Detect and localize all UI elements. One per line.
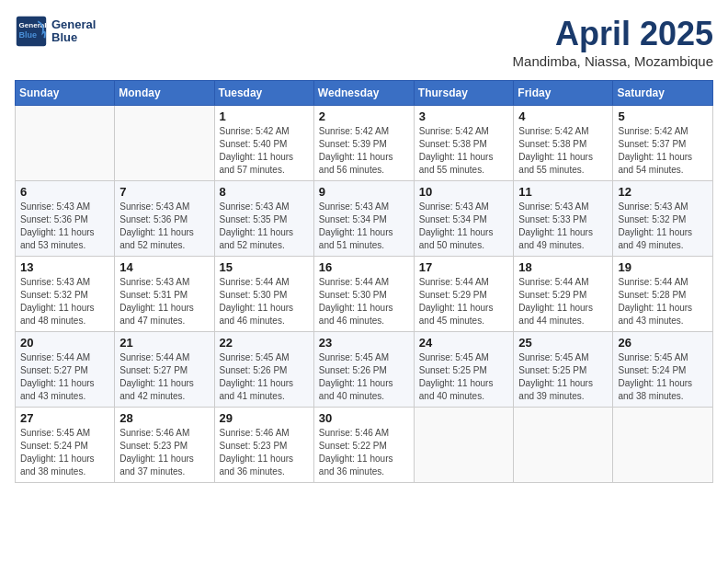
day-detail: Sunrise: 5:44 AM Sunset: 5:27 PM Dayligh… (119, 351, 209, 403)
calendar-cell: 8Sunrise: 5:43 AM Sunset: 5:35 PM Daylig… (214, 181, 313, 257)
calendar-cell: 21Sunrise: 5:44 AM Sunset: 5:27 PM Dayli… (115, 332, 214, 408)
day-number: 23 (319, 336, 409, 350)
day-detail: Sunrise: 5:44 AM Sunset: 5:30 PM Dayligh… (319, 276, 409, 327)
day-number: 14 (119, 260, 209, 274)
day-detail: Sunrise: 5:44 AM Sunset: 5:29 PM Dayligh… (518, 276, 608, 327)
logo-icon: General Blue (15, 15, 48, 48)
weekday-header: Sunday (16, 81, 115, 106)
day-detail: Sunrise: 5:44 AM Sunset: 5:27 PM Dayligh… (20, 351, 109, 403)
header: General Blue General Blue April 2025 Man… (15, 15, 713, 69)
day-number: 29 (220, 411, 309, 425)
calendar-cell: 22Sunrise: 5:45 AM Sunset: 5:26 PM Dayli… (214, 332, 313, 408)
day-number: 13 (20, 260, 109, 274)
day-detail: Sunrise: 5:42 AM Sunset: 5:37 PM Dayligh… (618, 125, 708, 177)
calendar-cell: 27Sunrise: 5:45 AM Sunset: 5:24 PM Dayli… (16, 408, 115, 483)
day-number: 9 (319, 185, 409, 199)
calendar-cell: 26Sunrise: 5:45 AM Sunset: 5:24 PM Dayli… (613, 332, 713, 408)
day-number: 15 (220, 260, 309, 274)
day-number: 6 (20, 185, 109, 199)
day-detail: Sunrise: 5:43 AM Sunset: 5:32 PM Dayligh… (20, 276, 109, 327)
calendar-cell: 2Sunrise: 5:42 AM Sunset: 5:39 PM Daylig… (313, 106, 414, 181)
day-detail: Sunrise: 5:46 AM Sunset: 5:22 PM Dayligh… (319, 427, 409, 478)
calendar-cell: 4Sunrise: 5:42 AM Sunset: 5:38 PM Daylig… (514, 106, 613, 181)
logo-line1: General (51, 18, 96, 31)
day-detail: Sunrise: 5:43 AM Sunset: 5:31 PM Dayligh… (119, 276, 209, 327)
day-number: 17 (419, 260, 509, 274)
calendar-cell: 3Sunrise: 5:42 AM Sunset: 5:38 PM Daylig… (414, 106, 514, 181)
location-title: Mandimba, Niassa, Mozambique (513, 53, 713, 69)
day-detail: Sunrise: 5:46 AM Sunset: 5:23 PM Dayligh… (119, 427, 209, 478)
calendar-week-row: 6Sunrise: 5:43 AM Sunset: 5:36 PM Daylig… (16, 181, 713, 257)
day-detail: Sunrise: 5:43 AM Sunset: 5:36 PM Dayligh… (20, 201, 109, 252)
svg-text:Blue: Blue (19, 30, 38, 40)
day-number: 24 (419, 336, 509, 350)
day-number: 18 (518, 260, 608, 274)
day-number: 2 (319, 109, 409, 123)
day-detail: Sunrise: 5:46 AM Sunset: 5:23 PM Dayligh… (220, 427, 309, 478)
calendar-cell: 7Sunrise: 5:43 AM Sunset: 5:36 PM Daylig… (115, 181, 214, 257)
day-detail: Sunrise: 5:43 AM Sunset: 5:34 PM Dayligh… (319, 201, 409, 252)
day-detail: Sunrise: 5:42 AM Sunset: 5:40 PM Dayligh… (220, 125, 309, 177)
calendar-cell: 11Sunrise: 5:43 AM Sunset: 5:33 PM Dayli… (514, 181, 613, 257)
day-detail: Sunrise: 5:43 AM Sunset: 5:32 PM Dayligh… (618, 201, 708, 252)
calendar-cell (514, 408, 613, 483)
day-number: 4 (518, 109, 608, 123)
calendar-cell (414, 408, 514, 483)
day-number: 8 (220, 185, 309, 199)
calendar-cell (613, 408, 713, 483)
logo-line2: Blue (51, 31, 96, 44)
calendar-cell: 12Sunrise: 5:43 AM Sunset: 5:32 PM Dayli… (613, 181, 713, 257)
day-detail: Sunrise: 5:42 AM Sunset: 5:38 PM Dayligh… (419, 125, 509, 177)
calendar-cell: 19Sunrise: 5:44 AM Sunset: 5:28 PM Dayli… (613, 257, 713, 332)
weekday-header: Wednesday (313, 81, 414, 106)
weekday-header: Friday (514, 81, 613, 106)
day-number: 5 (618, 109, 708, 123)
weekday-header: Monday (115, 81, 214, 106)
calendar-cell: 5Sunrise: 5:42 AM Sunset: 5:37 PM Daylig… (613, 106, 713, 181)
day-detail: Sunrise: 5:44 AM Sunset: 5:30 PM Dayligh… (220, 276, 309, 327)
day-detail: Sunrise: 5:43 AM Sunset: 5:36 PM Dayligh… (119, 201, 209, 252)
calendar-body: 1Sunrise: 5:42 AM Sunset: 5:40 PM Daylig… (16, 106, 713, 483)
calendar-cell: 16Sunrise: 5:44 AM Sunset: 5:30 PM Dayli… (313, 257, 414, 332)
calendar-cell: 20Sunrise: 5:44 AM Sunset: 5:27 PM Dayli… (16, 332, 115, 408)
calendar-cell: 24Sunrise: 5:45 AM Sunset: 5:25 PM Dayli… (414, 332, 514, 408)
calendar-header-row: SundayMondayTuesdayWednesdayThursdayFrid… (16, 81, 713, 106)
calendar-cell: 9Sunrise: 5:43 AM Sunset: 5:34 PM Daylig… (313, 181, 414, 257)
day-number: 7 (119, 185, 209, 199)
calendar-week-row: 1Sunrise: 5:42 AM Sunset: 5:40 PM Daylig… (16, 106, 713, 181)
calendar-cell: 15Sunrise: 5:44 AM Sunset: 5:30 PM Dayli… (214, 257, 313, 332)
day-detail: Sunrise: 5:43 AM Sunset: 5:35 PM Dayligh… (220, 201, 309, 252)
day-number: 11 (518, 185, 608, 199)
calendar-cell: 28Sunrise: 5:46 AM Sunset: 5:23 PM Dayli… (115, 408, 214, 483)
day-number: 30 (319, 411, 409, 425)
day-number: 1 (220, 109, 309, 123)
calendar-cell: 1Sunrise: 5:42 AM Sunset: 5:40 PM Daylig… (214, 106, 313, 181)
calendar-cell: 18Sunrise: 5:44 AM Sunset: 5:29 PM Dayli… (514, 257, 613, 332)
day-number: 21 (119, 336, 209, 350)
calendar-table: SundayMondayTuesdayWednesdayThursdayFrid… (15, 80, 713, 483)
day-number: 12 (618, 185, 708, 199)
day-detail: Sunrise: 5:45 AM Sunset: 5:26 PM Dayligh… (319, 351, 409, 403)
calendar-week-row: 13Sunrise: 5:43 AM Sunset: 5:32 PM Dayli… (16, 257, 713, 332)
month-title: April 2025 (513, 15, 713, 53)
calendar-cell: 14Sunrise: 5:43 AM Sunset: 5:31 PM Dayli… (115, 257, 214, 332)
calendar-cell: 25Sunrise: 5:45 AM Sunset: 5:25 PM Dayli… (514, 332, 613, 408)
calendar-cell: 23Sunrise: 5:45 AM Sunset: 5:26 PM Dayli… (313, 332, 414, 408)
calendar-cell: 17Sunrise: 5:44 AM Sunset: 5:29 PM Dayli… (414, 257, 514, 332)
day-detail: Sunrise: 5:42 AM Sunset: 5:39 PM Dayligh… (319, 125, 409, 177)
weekday-header: Saturday (613, 81, 713, 106)
day-number: 28 (119, 411, 209, 425)
calendar-week-row: 20Sunrise: 5:44 AM Sunset: 5:27 PM Dayli… (16, 332, 713, 408)
calendar-cell: 29Sunrise: 5:46 AM Sunset: 5:23 PM Dayli… (214, 408, 313, 483)
day-detail: Sunrise: 5:44 AM Sunset: 5:28 PM Dayligh… (618, 276, 708, 327)
day-detail: Sunrise: 5:44 AM Sunset: 5:29 PM Dayligh… (419, 276, 509, 327)
day-number: 10 (419, 185, 509, 199)
weekday-header: Tuesday (214, 81, 313, 106)
day-number: 16 (319, 260, 409, 274)
day-number: 19 (618, 260, 708, 274)
day-number: 25 (518, 336, 608, 350)
logo-text: General Blue (51, 18, 96, 45)
calendar-cell: 10Sunrise: 5:43 AM Sunset: 5:34 PM Dayli… (414, 181, 514, 257)
weekday-header: Thursday (414, 81, 514, 106)
day-detail: Sunrise: 5:43 AM Sunset: 5:34 PM Dayligh… (419, 201, 509, 252)
